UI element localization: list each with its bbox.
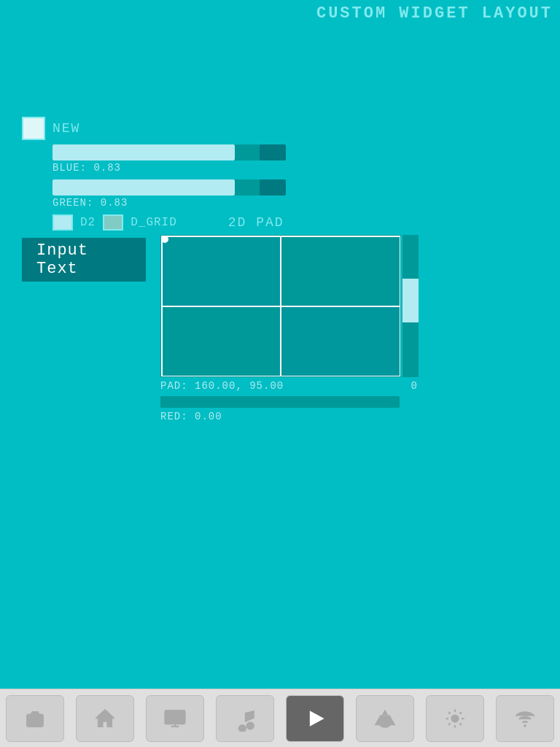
wifi-button[interactable]	[496, 695, 554, 742]
dgrid-swatch[interactable]	[103, 214, 123, 231]
home-button[interactable]	[76, 695, 134, 742]
pad-scroll-thumb	[402, 279, 419, 322]
red-slider-fill	[160, 396, 397, 408]
pad-quadrant-tl	[161, 236, 281, 306]
recycle-button[interactable]	[356, 695, 414, 742]
green-slider-track[interactable]	[52, 179, 286, 196]
dgrid-label: D_GRID	[131, 216, 177, 229]
new-label: NEW	[52, 121, 80, 136]
d2-label: D2	[80, 216, 96, 229]
pad-scrollbar[interactable]	[402, 235, 419, 377]
pad-position-dot	[161, 236, 168, 243]
pad-grid[interactable]	[160, 235, 401, 377]
bottom-toolbar	[0, 689, 560, 747]
green-slider-label: GREEN: 0.83	[52, 197, 554, 209]
blue-slider-container: BLUE: 0.83	[52, 144, 554, 174]
svg-point-3	[452, 715, 459, 721]
input-text-field[interactable]: Input Text	[22, 238, 146, 282]
pad-quadrant-tr	[281, 236, 400, 306]
music-button[interactable]	[216, 695, 274, 742]
d2-swatch[interactable]	[52, 214, 73, 231]
pad-quadrant-bl	[161, 306, 281, 377]
pad-value-row: PAD: 160.00, 95.00 0	[160, 380, 417, 392]
widget-area: NEW BLUE: 0.83 GREEN: 0.83 D2 D_GRID 2D …	[22, 117, 554, 422]
controls-row: D2 D_GRID 2D PAD	[52, 214, 554, 231]
pad-quadrant-br	[281, 306, 400, 377]
pad-value-label: PAD: 160.00, 95.00	[160, 380, 284, 392]
display-button[interactable]	[146, 695, 204, 742]
pad-label: 2D PAD	[228, 215, 284, 230]
pad-zero-label: 0	[411, 380, 417, 392]
new-row: NEW	[22, 117, 554, 140]
pad-crosshair-horizontal	[161, 236, 400, 237]
pad-wrapper	[160, 235, 419, 377]
page-title: CUSTOM WIDGET LAYOUT	[316, 0, 553, 27]
red-slider-container: RED: 0.00	[160, 396, 554, 422]
red-slider-label: RED: 0.00	[160, 411, 554, 422]
svg-point-4	[524, 724, 526, 727]
main-widgets: Input Text	[22, 235, 554, 377]
green-slider-container: GREEN: 0.83	[52, 179, 554, 209]
red-slider-track[interactable]	[160, 396, 400, 408]
green-slider-fill	[52, 179, 235, 196]
new-color-swatch[interactable]	[22, 117, 45, 140]
settings-button[interactable]	[426, 695, 484, 742]
blue-slider-thumb	[260, 144, 286, 160]
svg-rect-1	[166, 711, 185, 724]
play-button[interactable]	[286, 695, 344, 742]
green-slider-thumb	[260, 179, 286, 196]
svg-marker-2	[310, 711, 324, 727]
blue-slider-fill	[52, 144, 235, 160]
pad-crosshair-vertical	[161, 236, 163, 376]
camera-button[interactable]	[6, 695, 64, 742]
blue-slider-track[interactable]	[52, 144, 286, 160]
blue-slider-label: BLUE: 0.83	[52, 162, 554, 174]
